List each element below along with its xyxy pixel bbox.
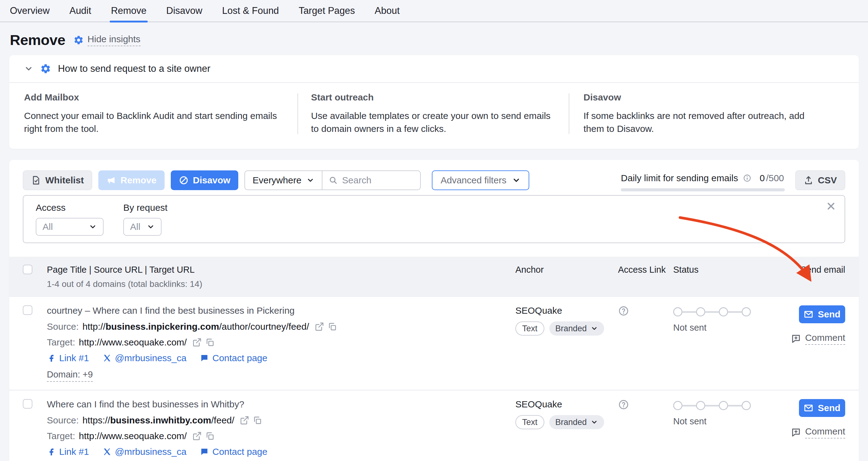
backlink-page-title: courtney – Where can I find the best bus… [47,305,516,316]
insights-header[interactable]: How to send request to a site owner [9,55,859,82]
remove-label: Remove [121,175,157,185]
scope-dropdown[interactable]: Everywhere [245,175,321,185]
disavow-button[interactable]: Disavow [171,171,239,190]
remove-button[interactable]: Remove [98,171,164,190]
backlinks-table-card: Whitelist Remove Disavow Everywhere Adva… [9,160,859,461]
insight-add-mailbox: Add Mailbox Connect your email to Backli… [24,92,298,135]
comment-plus-icon [791,427,801,437]
copy-icon[interactable] [205,338,215,347]
question-icon[interactable] [618,399,629,410]
tab-overview[interactable]: Overview [10,0,50,22]
table-row: Where can I find the best businesses in … [9,390,859,461]
target-url: http://www.seoquake.com/ [79,337,187,347]
external-link-icon[interactable] [192,338,202,347]
facebook-icon [47,354,56,362]
advanced-filters-panel: Access All By request All [23,195,845,243]
insights-card: How to send request to a site owner Add … [9,55,859,149]
megaphone-icon [106,175,116,185]
comment-button[interactable]: Comment [791,426,845,438]
contact-page-link[interactable]: Contact page [200,353,267,363]
external-link-icon[interactable] [315,322,324,331]
row-checkbox[interactable] [23,399,32,409]
anchor-category-dropdown[interactable]: Branded [549,415,604,429]
contact-page-link[interactable]: Contact page [200,447,267,457]
tab-target-pages[interactable]: Target Pages [299,0,355,22]
comment-plus-icon [791,334,801,344]
source-label: Source: [47,321,79,332]
chevron-down-icon [24,64,33,73]
info-icon[interactable] [743,174,751,182]
daily-limit: Daily limit for sending emails 0/500 [621,171,785,191]
send-button[interactable]: Send [799,399,845,417]
select-all-checkbox[interactable] [23,265,32,274]
access-filter-select[interactable]: All [36,218,103,236]
row-checkbox[interactable] [23,305,32,315]
insight-start-outreach: Start outreach Use available templates o… [298,92,569,135]
advanced-filters-button[interactable]: Advanced filters [432,171,529,190]
facebook-link[interactable]: Link #1 [47,353,89,363]
anchor-type-badge: Text [516,321,544,336]
page-title: Remove [10,31,65,49]
status-text: Not sent [673,322,789,333]
copy-icon[interactable] [328,322,337,331]
target-label: Target: [47,431,75,441]
external-link-icon[interactable] [192,431,202,441]
by-request-filter-select[interactable]: All [123,218,161,236]
domain-more-link[interactable]: Domain: +9 [47,369,93,382]
top-nav: Overview Audit Remove Disavow Lost & Fou… [0,0,868,22]
twitter-x-link[interactable]: @mrbusiness_ca [103,353,186,363]
envelope-icon [804,309,813,319]
tab-audit[interactable]: Audit [69,0,91,22]
search-box [322,175,421,185]
anchor-text: SEOQuake [516,305,618,316]
source-url: https://business.inwhitby.com/feed/ [82,415,234,426]
tab-lost-found[interactable]: Lost & Found [222,0,279,22]
tab-disavow[interactable]: Disavow [166,0,202,22]
whitelist-label: Whitelist [45,175,84,185]
chevron-down-icon [306,176,314,184]
question-icon[interactable] [618,305,629,316]
close-icon[interactable] [826,201,837,212]
gear-icon [73,35,84,45]
search-group: Everywhere [244,171,421,190]
chevron-down-icon [591,325,598,332]
toolbar: Whitelist Remove Disavow Everywhere Adva… [9,160,859,191]
toolbar-right: Daily limit for sending emails 0/500 CSV [621,171,845,191]
copy-icon[interactable] [253,416,262,425]
hide-insights-link[interactable]: Hide insights [73,34,141,46]
source-label: Source: [47,415,79,426]
insight-heading: Add Mailbox [24,92,280,103]
daily-limit-label: Daily limit for sending emails [621,173,738,183]
chevron-down-icon [89,223,97,231]
insight-body-text: Connect your email to Backlink Audit and… [24,110,280,135]
table-row: courtney – Where can I find the best bus… [9,297,859,390]
envelope-icon [804,403,813,413]
column-anchor: Anchor [516,265,618,289]
tab-about[interactable]: About [375,0,400,22]
whitelist-button[interactable]: Whitelist [23,171,92,190]
search-icon [329,176,338,185]
status-steps [673,307,789,316]
send-button[interactable]: Send [799,305,845,323]
advanced-filters-label: Advanced filters [440,175,506,185]
chevron-down-icon [512,176,521,185]
backlink-page-title: Where can I find the best businesses in … [47,399,516,409]
insight-heading: Start outreach [311,92,552,103]
target-label: Target: [47,337,75,347]
column-send-email: Send email [789,265,845,289]
copy-icon[interactable] [205,431,215,441]
table-header: Page Title | Source URL | Target URL 1-4… [9,257,859,297]
search-input[interactable] [342,175,413,185]
comment-button[interactable]: Comment [791,333,845,345]
anchor-text: SEOQuake [516,399,618,409]
facebook-link[interactable]: Link #1 [47,447,89,457]
column-access-link: Access Link [618,265,673,289]
table-summary: 1-4 out of 4 domains (total backlinks: 1… [47,279,516,289]
anchor-category-dropdown[interactable]: Branded [549,321,604,336]
whitelist-icon [31,175,41,185]
export-csv-button[interactable]: CSV [795,171,845,190]
twitter-x-link[interactable]: @mrbusiness_ca [103,447,186,457]
daily-limit-used: 0 [760,173,765,183]
tab-remove[interactable]: Remove [111,0,147,22]
external-link-icon[interactable] [240,416,249,425]
